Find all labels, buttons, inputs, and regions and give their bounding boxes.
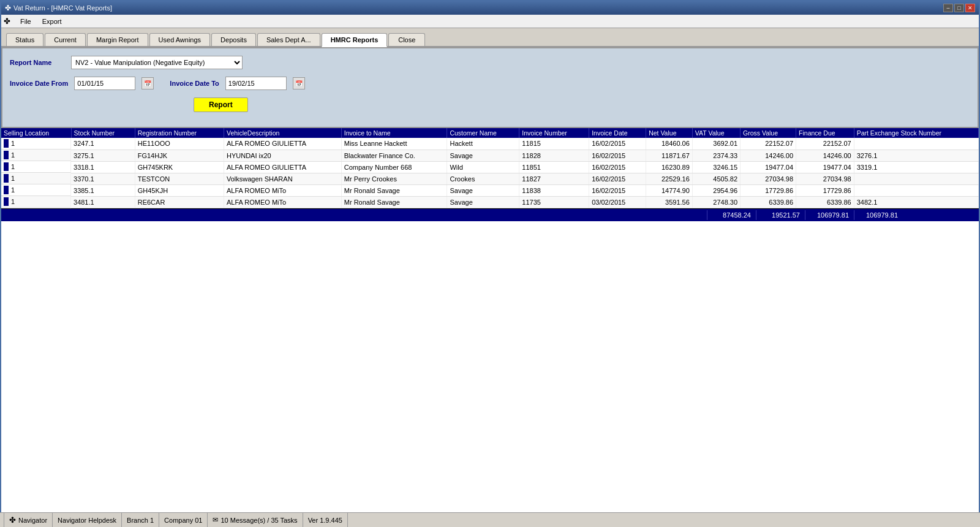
cell-invoice-date: 16/02/2015 (589, 173, 646, 184)
report-button[interactable]: Report (194, 97, 248, 112)
cell-reg-number: GH745KRK (135, 161, 224, 173)
col-vehicle-desc: VehicleDescription (224, 128, 341, 138)
cell-invoice-date: 03/02/2015 (589, 196, 646, 208)
cell-gross-value: 22152.07 (741, 138, 796, 150)
data-table: Selling Location Stock Number Registrati… (1, 128, 979, 208)
invoice-date-to-label: Invoice Date To (170, 80, 219, 87)
cell-invoice-to: Blackwater Finance Co. (341, 150, 447, 161)
cell-invoice-number: 11828 (519, 150, 589, 161)
cell-customer-name: Wild (447, 161, 519, 173)
tab-current[interactable]: Current (45, 33, 86, 46)
cell-selling-location: 1 (1, 161, 71, 173)
tab-margin-report[interactable]: Margin Report (87, 33, 148, 46)
cell-customer-name: Savage (447, 184, 519, 196)
table-row[interactable]: 1 3481.1 RE6CAR ALFA ROMEO MiTo Mr Ronal… (1, 196, 979, 208)
cell-finance-due: 14246.00 (796, 150, 854, 161)
title-bar-controls: – □ ✕ (943, 4, 975, 12)
tab-hmrc-reports[interactable]: HMRC Reports (322, 33, 388, 47)
cell-vat-value: 4505.82 (692, 173, 740, 184)
title-bar: ✤ Vat Return - [HMRC Vat Reports] – □ ✕ (1, 1, 979, 15)
date-from-calendar-button[interactable]: 📅 (141, 77, 154, 89)
cell-part-exchange (854, 184, 978, 196)
total-gross-value: 106979.81 (805, 210, 854, 220)
navigator-button[interactable]: ✤ Navigator (4, 513, 53, 527)
helpdesk-label: Navigator Helpdesk (58, 517, 116, 524)
cell-vat-value: 3692.01 (692, 138, 740, 150)
cell-vehicle-desc: ALFA ROMEO GIULIETTA (224, 161, 341, 173)
cell-vat-value: 2954.96 (692, 184, 740, 196)
cell-invoice-number: 11735 (519, 196, 589, 208)
invoice-date-from-input[interactable] (74, 77, 135, 90)
cell-reg-number: TESTCON (135, 173, 224, 184)
navigator-label: Navigator (18, 517, 47, 524)
cell-stock-number: 3385.1 (71, 184, 135, 196)
col-invoice-number: Invoice Number (519, 128, 589, 138)
menu-file[interactable]: File (15, 17, 36, 26)
cell-net-value: 14774.90 (646, 184, 693, 196)
cell-part-exchange (854, 138, 978, 150)
col-vat-value: VAT Value (692, 128, 740, 138)
cell-stock-number: 3318.1 (71, 161, 135, 173)
cell-stock-number: 3247.1 (71, 138, 135, 150)
tab-status[interactable]: Status (6, 33, 43, 46)
cell-vat-value: 2374.33 (692, 150, 740, 161)
cell-invoice-to: Mr Ronald Savage (341, 184, 447, 196)
table-row[interactable]: 1 3370.1 TESTCON Volkswagen SHARAN Mr Pe… (1, 173, 979, 184)
cell-finance-due: 19477.04 (796, 161, 854, 173)
col-invoice-to: Invoice to Name (341, 128, 447, 138)
col-customer-name: Customer Name (447, 128, 519, 138)
table-row[interactable]: 1 3247.1 HE11OOO ALFA ROMEO GIULIETTA Mi… (1, 138, 979, 150)
minimize-button[interactable]: – (943, 4, 953, 12)
close-button[interactable]: ✕ (965, 4, 975, 12)
cell-part-exchange: 3319.1 (854, 161, 978, 173)
window-title: Vat Return - [HMRC Vat Reports] (13, 4, 112, 12)
company-label: Company 01 (164, 517, 202, 524)
cell-net-value: 3591.56 (646, 196, 693, 208)
cell-net-value: 16230.89 (646, 161, 693, 173)
invoice-date-to-input[interactable] (225, 77, 287, 90)
tab-sales-dept[interactable]: Sales Dept A... (257, 33, 320, 46)
messages-item: ✉ 10 Message(s) / 35 Tasks (208, 513, 303, 527)
cell-invoice-to: Mr Perry Crookes (341, 173, 447, 184)
tab-deposits[interactable]: Deposits (211, 33, 256, 46)
maximize-button[interactable]: □ (954, 4, 964, 12)
menu-export[interactable]: Export (37, 17, 67, 26)
table-row[interactable]: 1 3385.1 GH45KJH ALFA ROMEO MiTo Mr Rona… (1, 184, 979, 196)
invoice-date-from-label: Invoice Date From (10, 80, 68, 87)
company-item: Company 01 (159, 513, 208, 527)
cell-gross-value: 19477.04 (741, 161, 796, 173)
content-area: Report Name NV2 - Value Manipulation (Ne… (1, 47, 979, 128)
cell-vehicle-desc: ALFA ROMEO MiTo (224, 196, 341, 208)
branch-item: Branch 1 (122, 513, 159, 527)
cell-part-exchange: 3482.1 (854, 196, 978, 208)
col-finance-due: Finance Due (796, 128, 854, 138)
table-row[interactable]: 1 3275.1 FG14HJK HYUNDAI ix20 Blackwater… (1, 150, 979, 161)
col-net-value: Net Value (646, 128, 693, 138)
col-invoice-date: Invoice Date (589, 128, 646, 138)
cell-net-value: 22529.16 (646, 173, 693, 184)
cell-invoice-date: 16/02/2015 (589, 150, 646, 161)
date-to-calendar-button[interactable]: 📅 (293, 77, 305, 89)
cell-selling-location: 1 (1, 150, 71, 161)
tab-used-awnings[interactable]: Used Awnings (149, 33, 211, 46)
col-gross-value: Gross Value (741, 128, 796, 138)
date-row: Invoice Date From 📅 Invoice Date To 📅 (10, 77, 970, 90)
cell-finance-due: 27034.98 (796, 173, 854, 184)
table-row[interactable]: 1 3318.1 GH745KRK ALFA ROMEO GIULIETTA C… (1, 161, 979, 173)
report-button-row: Report (10, 97, 970, 112)
table-header-row: Selling Location Stock Number Registrati… (1, 128, 979, 138)
cell-invoice-to: Mr Ronald Savage (341, 196, 447, 208)
cell-invoice-number: 11827 (519, 173, 589, 184)
navigator-icon: ✤ (9, 515, 16, 525)
tab-close[interactable]: Close (388, 33, 425, 46)
cell-selling-location: 1 (1, 138, 71, 150)
report-name-select[interactable]: NV2 - Value Manipulation (Negative Equit… (71, 56, 243, 69)
cell-customer-name: Savage (447, 196, 519, 208)
version-label: Ver 1.9.445 (308, 517, 342, 524)
tab-bar: Status Current Margin Report Used Awning… (1, 28, 979, 47)
app-icon: ✤ (5, 4, 11, 12)
cell-reg-number: GH45KJH (135, 184, 224, 196)
cell-part-exchange: 3276.1 (854, 150, 978, 161)
cell-selling-location: 1 (1, 196, 71, 208)
cell-stock-number: 3370.1 (71, 173, 135, 184)
